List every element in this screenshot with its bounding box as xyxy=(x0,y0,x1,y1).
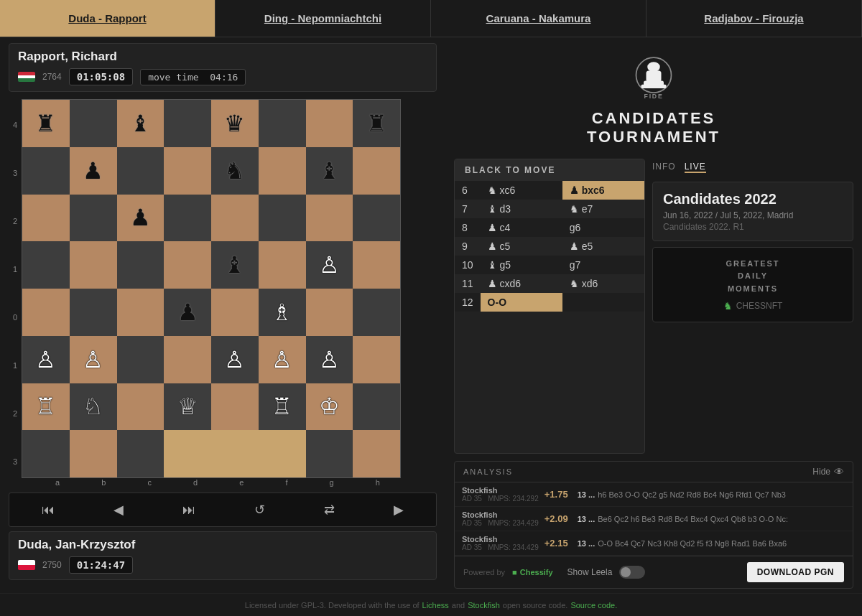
move-black-6[interactable]: ♟ bxc6 xyxy=(562,181,644,200)
flip-board-button[interactable]: ⇄ xyxy=(317,499,342,521)
square-a1[interactable] xyxy=(22,430,70,477)
next-move-button[interactable]: ⏭ xyxy=(175,500,203,521)
move-white-12[interactable]: O-O xyxy=(481,293,562,312)
square-h5[interactable] xyxy=(353,241,400,289)
first-move-button[interactable]: ⏮ xyxy=(34,500,62,521)
square-g4[interactable] xyxy=(306,289,353,336)
square-c5[interactable] xyxy=(117,241,164,289)
square-d5[interactable] xyxy=(164,241,211,289)
square-f4[interactable]: ♗ xyxy=(259,289,306,336)
hide-analysis-button[interactable]: Hide 👁 xyxy=(812,466,844,477)
move-white-8[interactable]: ♟ c4 xyxy=(481,218,562,237)
square-f6[interactable] xyxy=(259,195,306,242)
square-b1[interactable] xyxy=(70,430,117,477)
square-b8[interactable] xyxy=(70,100,117,147)
square-d4[interactable]: ♟ xyxy=(164,289,211,336)
move-black-12[interactable] xyxy=(562,293,644,312)
square-g8[interactable] xyxy=(306,100,353,147)
square-a7[interactable] xyxy=(22,147,70,195)
square-h3[interactable] xyxy=(353,336,400,383)
square-f8[interactable] xyxy=(259,100,306,147)
square-g2[interactable]: ♔ xyxy=(306,383,353,431)
leela-toggle[interactable] xyxy=(619,566,645,579)
square-d6[interactable] xyxy=(164,195,211,242)
square-e4[interactable] xyxy=(211,289,259,336)
square-a6[interactable] xyxy=(22,195,70,242)
square-b3[interactable]: ♙ xyxy=(70,336,117,383)
move-black-10[interactable]: g7 xyxy=(562,256,644,274)
square-c6[interactable]: ♟ xyxy=(117,195,164,242)
square-f2[interactable]: ♖ xyxy=(259,383,306,431)
piece-c8: ♝ xyxy=(130,112,151,135)
square-e8[interactable]: ♛ xyxy=(211,100,259,147)
nav-ding-nepo[interactable]: Ding - Nepomniachtchi xyxy=(216,0,431,37)
square-f1[interactable] xyxy=(259,430,306,477)
move-black-9[interactable]: ♟ e5 xyxy=(562,237,644,256)
chess-board[interactable]: ♜♝♛♜♟♞♝♟♝♙♟♗♙♙♙♙♙♖♘♕♖♔ xyxy=(22,99,401,478)
square-b7[interactable]: ♟ xyxy=(70,147,117,195)
square-c2[interactable] xyxy=(117,383,164,431)
square-d1[interactable] xyxy=(164,430,211,477)
move-white-9[interactable]: ♟ c5 xyxy=(481,237,562,256)
move-white-11[interactable]: ♟ cxd6 xyxy=(481,274,562,293)
square-h8[interactable]: ♜ xyxy=(353,100,400,147)
download-pgn-button[interactable]: DOWNLOAD PGN xyxy=(747,562,844,582)
lichess-link[interactable]: Lichess xyxy=(422,601,449,610)
square-b4[interactable] xyxy=(70,289,117,336)
move-white-10[interactable]: ♝ g5 xyxy=(481,256,562,274)
tab-live[interactable]: LIVE xyxy=(685,162,706,173)
square-g3[interactable]: ♙ xyxy=(306,336,353,383)
square-g6[interactable] xyxy=(306,195,353,242)
stockfish-link[interactable]: Stockfish xyxy=(468,601,500,610)
square-b2[interactable]: ♘ xyxy=(70,383,117,431)
square-b6[interactable] xyxy=(70,195,117,242)
square-c7[interactable] xyxy=(117,147,164,195)
square-d2[interactable]: ♕ xyxy=(164,383,211,431)
move-white-6[interactable]: ♞ xc6 xyxy=(481,181,562,200)
right-section: FIDE CANDIDATES TOURNAMENT BLACK TO MOVE… xyxy=(445,37,862,593)
square-h4[interactable] xyxy=(353,289,400,336)
square-a4[interactable] xyxy=(22,289,70,336)
square-d7[interactable] xyxy=(164,147,211,195)
square-e5[interactable]: ♝ xyxy=(211,241,259,289)
prev-move-button[interactable]: ◀ xyxy=(106,499,131,521)
square-a3[interactable]: ♙ xyxy=(22,336,70,383)
square-b5[interactable] xyxy=(70,241,117,289)
square-h1[interactable] xyxy=(353,430,400,477)
nav-radjabov-firouzja[interactable]: Radjabov - Firouzja xyxy=(646,0,862,37)
move-black-7[interactable]: ♞ e7 xyxy=(562,200,644,218)
square-e7[interactable]: ♞ xyxy=(211,147,259,195)
square-e3[interactable]: ♙ xyxy=(211,336,259,383)
nav-duda-rapport[interactable]: Duda - Rapport xyxy=(0,0,216,37)
square-h7[interactable] xyxy=(353,147,400,195)
refresh-button[interactable]: ↺ xyxy=(247,499,272,521)
play-button[interactable]: ▶ xyxy=(386,499,411,521)
square-f7[interactable] xyxy=(259,147,306,195)
info-tabs: INFO LIVE xyxy=(652,159,853,176)
square-d8[interactable] xyxy=(164,100,211,147)
square-e2[interactable] xyxy=(211,383,259,431)
square-h2[interactable] xyxy=(353,383,400,431)
square-c3[interactable] xyxy=(117,336,164,383)
move-black-8[interactable]: g6 xyxy=(562,218,644,237)
square-g7[interactable]: ♝ xyxy=(306,147,353,195)
square-e1[interactable] xyxy=(211,430,259,477)
square-f5[interactable] xyxy=(259,241,306,289)
square-a8[interactable]: ♜ xyxy=(22,100,70,147)
square-c1[interactable] xyxy=(117,430,164,477)
square-g1[interactable] xyxy=(306,430,353,477)
square-c8[interactable]: ♝ xyxy=(117,100,164,147)
square-d3[interactable] xyxy=(164,336,211,383)
square-f3[interactable]: ♙ xyxy=(259,336,306,383)
square-c4[interactable] xyxy=(117,289,164,336)
square-h6[interactable] xyxy=(353,195,400,242)
square-a5[interactable] xyxy=(22,241,70,289)
move-black-11[interactable]: ♞ xd6 xyxy=(562,274,644,293)
source-code-link[interactable]: Source code. xyxy=(570,601,617,610)
square-a2[interactable]: ♖ xyxy=(22,383,70,431)
nav-caruana-nakamura[interactable]: Caruana - Nakamura xyxy=(431,0,646,37)
square-e6[interactable] xyxy=(211,195,259,242)
tab-info[interactable]: INFO xyxy=(652,162,676,173)
move-white-7[interactable]: ♝ d3 xyxy=(481,200,562,218)
square-g5[interactable]: ♙ xyxy=(306,241,353,289)
